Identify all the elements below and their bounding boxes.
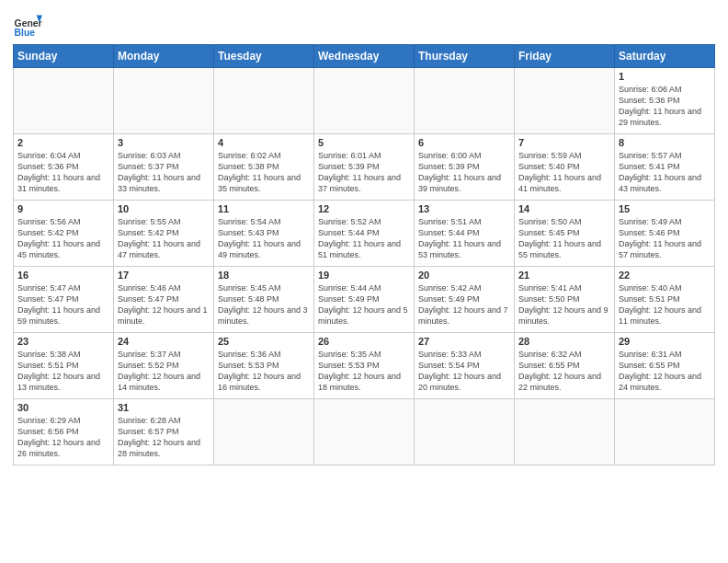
calendar-cell: 12Sunrise: 5:52 AM Sunset: 5:44 PM Dayli… — [314, 201, 415, 267]
cell-date-number: 13 — [418, 203, 510, 214]
cell-sun-info: Sunrise: 5:40 AM Sunset: 5:51 PM Dayligh… — [619, 282, 711, 327]
logo: General Blue — [13, 9, 42, 39]
calendar-cell — [314, 68, 415, 134]
cell-date-number: 24 — [118, 336, 210, 347]
calendar-cell: 13Sunrise: 5:51 AM Sunset: 5:44 PM Dayli… — [415, 201, 515, 267]
cell-sun-info: Sunrise: 5:55 AM Sunset: 5:42 PM Dayligh… — [118, 216, 210, 261]
calendar-cell: 7Sunrise: 5:59 AM Sunset: 5:40 PM Daylig… — [515, 134, 615, 201]
calendar-cell: 14Sunrise: 5:50 AM Sunset: 5:45 PM Dayli… — [515, 201, 615, 267]
cell-date-number: 15 — [619, 203, 711, 214]
calendar-cell: 8Sunrise: 5:57 AM Sunset: 5:41 PM Daylig… — [615, 134, 715, 201]
calendar-cell: 1Sunrise: 6:06 AM Sunset: 5:36 PM Daylig… — [615, 68, 715, 134]
cell-sun-info: Sunrise: 5:49 AM Sunset: 5:46 PM Dayligh… — [619, 216, 711, 261]
calendar-cell — [415, 399, 515, 465]
cell-sun-info: Sunrise: 6:31 AM Sunset: 6:55 PM Dayligh… — [619, 349, 711, 394]
calendar-cell: 29Sunrise: 6:31 AM Sunset: 6:55 PM Dayli… — [615, 333, 715, 399]
calendar-cell — [515, 68, 615, 134]
cell-date-number: 19 — [318, 270, 410, 281]
calendar-cell: 26Sunrise: 5:35 AM Sunset: 5:53 PM Dayli… — [314, 333, 415, 399]
cell-date-number: 21 — [518, 270, 610, 281]
cell-sun-info: Sunrise: 5:35 AM Sunset: 5:53 PM Dayligh… — [318, 349, 410, 394]
cell-date-number: 23 — [17, 336, 109, 347]
calendar-cell: 3Sunrise: 6:03 AM Sunset: 5:37 PM Daylig… — [114, 134, 214, 201]
cell-date-number: 26 — [318, 336, 410, 347]
cell-sun-info: Sunrise: 5:33 AM Sunset: 5:54 PM Dayligh… — [418, 349, 510, 394]
calendar-cell: 6Sunrise: 6:00 AM Sunset: 5:39 PM Daylig… — [415, 134, 515, 201]
cell-sun-info: Sunrise: 6:00 AM Sunset: 5:39 PM Dayligh… — [418, 150, 510, 195]
calendar-cell — [114, 68, 214, 134]
weekday-header-saturday: Saturday — [615, 45, 715, 68]
calendar-cell: 4Sunrise: 6:02 AM Sunset: 5:38 PM Daylig… — [214, 134, 314, 201]
cell-sun-info: Sunrise: 5:51 AM Sunset: 5:44 PM Dayligh… — [418, 216, 510, 261]
calendar-cell — [214, 68, 314, 134]
cell-sun-info: Sunrise: 6:01 AM Sunset: 5:39 PM Dayligh… — [318, 150, 410, 195]
calendar-cell: 17Sunrise: 5:46 AM Sunset: 5:47 PM Dayli… — [114, 267, 214, 333]
cell-sun-info: Sunrise: 5:44 AM Sunset: 5:49 PM Dayligh… — [318, 282, 410, 327]
svg-text:Blue: Blue — [15, 28, 36, 38]
calendar-cell: 24Sunrise: 5:37 AM Sunset: 5:52 PM Dayli… — [114, 333, 214, 399]
calendar-cell — [615, 399, 715, 465]
cell-date-number: 30 — [17, 402, 109, 413]
calendar-cell: 23Sunrise: 5:38 AM Sunset: 5:51 PM Dayli… — [14, 333, 114, 399]
calendar-cell: 22Sunrise: 5:40 AM Sunset: 5:51 PM Dayli… — [615, 267, 715, 333]
calendar-cell: 18Sunrise: 5:45 AM Sunset: 5:48 PM Dayli… — [214, 267, 314, 333]
cell-sun-info: Sunrise: 6:04 AM Sunset: 5:36 PM Dayligh… — [17, 150, 109, 195]
cell-sun-info: Sunrise: 5:56 AM Sunset: 5:42 PM Dayligh… — [17, 216, 109, 261]
cell-sun-info: Sunrise: 6:02 AM Sunset: 5:38 PM Dayligh… — [218, 150, 310, 195]
cell-sun-info: Sunrise: 6:29 AM Sunset: 6:56 PM Dayligh… — [17, 415, 109, 460]
cell-sun-info: Sunrise: 5:54 AM Sunset: 5:43 PM Dayligh… — [218, 216, 310, 261]
calendar-cell — [515, 399, 615, 465]
cell-date-number: 18 — [218, 270, 310, 281]
calendar-cell: 31Sunrise: 6:28 AM Sunset: 6:57 PM Dayli… — [114, 399, 214, 465]
cell-date-number: 17 — [118, 270, 210, 281]
cell-date-number: 5 — [318, 137, 410, 148]
calendar-table: SundayMondayTuesdayWednesdayThursdayFrid… — [13, 44, 715, 465]
weekday-header-thursday: Thursday — [415, 45, 515, 68]
cell-sun-info: Sunrise: 5:37 AM Sunset: 5:52 PM Dayligh… — [118, 349, 210, 394]
cell-date-number: 9 — [17, 203, 109, 214]
weekday-header-tuesday: Tuesday — [214, 45, 314, 68]
cell-date-number: 4 — [218, 137, 310, 148]
cell-date-number: 2 — [17, 137, 109, 148]
cell-date-number: 14 — [518, 203, 610, 214]
cell-sun-info: Sunrise: 5:47 AM Sunset: 5:47 PM Dayligh… — [17, 282, 109, 327]
cell-date-number: 22 — [619, 270, 711, 281]
calendar-cell: 21Sunrise: 5:41 AM Sunset: 5:50 PM Dayli… — [515, 267, 615, 333]
calendar-cell: 15Sunrise: 5:49 AM Sunset: 5:46 PM Dayli… — [615, 201, 715, 267]
cell-date-number: 1 — [619, 71, 711, 82]
cell-date-number: 29 — [619, 336, 711, 347]
calendar-cell: 20Sunrise: 5:42 AM Sunset: 5:49 PM Dayli… — [415, 267, 515, 333]
cell-date-number: 20 — [418, 270, 510, 281]
calendar-cell: 30Sunrise: 6:29 AM Sunset: 6:56 PM Dayli… — [14, 399, 114, 465]
calendar-cell: 2Sunrise: 6:04 AM Sunset: 5:36 PM Daylig… — [14, 134, 114, 201]
cell-date-number: 12 — [318, 203, 410, 214]
cell-sun-info: Sunrise: 6:06 AM Sunset: 5:36 PM Dayligh… — [619, 84, 711, 129]
weekday-header-sunday: Sunday — [14, 45, 114, 68]
cell-date-number: 7 — [518, 137, 610, 148]
weekday-header-monday: Monday — [114, 45, 214, 68]
calendar-cell: 9Sunrise: 5:56 AM Sunset: 5:42 PM Daylig… — [14, 201, 114, 267]
cell-sun-info: Sunrise: 5:52 AM Sunset: 5:44 PM Dayligh… — [318, 216, 410, 261]
calendar-cell: 25Sunrise: 5:36 AM Sunset: 5:53 PM Dayli… — [214, 333, 314, 399]
cell-date-number: 11 — [218, 203, 310, 214]
calendar-cell — [314, 399, 415, 465]
calendar-cell: 11Sunrise: 5:54 AM Sunset: 5:43 PM Dayli… — [214, 201, 314, 267]
calendar-cell: 5Sunrise: 6:01 AM Sunset: 5:39 PM Daylig… — [314, 134, 415, 201]
cell-date-number: 10 — [118, 203, 210, 214]
calendar-cell: 28Sunrise: 6:32 AM Sunset: 6:55 PM Dayli… — [515, 333, 615, 399]
cell-sun-info: Sunrise: 6:03 AM Sunset: 5:37 PM Dayligh… — [118, 150, 210, 195]
cell-sun-info: Sunrise: 5:36 AM Sunset: 5:53 PM Dayligh… — [218, 349, 310, 394]
cell-sun-info: Sunrise: 6:28 AM Sunset: 6:57 PM Dayligh… — [118, 415, 210, 460]
cell-sun-info: Sunrise: 5:38 AM Sunset: 5:51 PM Dayligh… — [17, 349, 109, 394]
cell-sun-info: Sunrise: 5:57 AM Sunset: 5:41 PM Dayligh… — [619, 150, 711, 195]
calendar-cell — [14, 68, 114, 134]
cell-date-number: 8 — [619, 137, 711, 148]
cell-date-number: 3 — [118, 137, 210, 148]
calendar-cell: 10Sunrise: 5:55 AM Sunset: 5:42 PM Dayli… — [114, 201, 214, 267]
cell-sun-info: Sunrise: 5:46 AM Sunset: 5:47 PM Dayligh… — [118, 282, 210, 327]
cell-sun-info: Sunrise: 5:41 AM Sunset: 5:50 PM Dayligh… — [518, 282, 610, 327]
cell-sun-info: Sunrise: 5:42 AM Sunset: 5:49 PM Dayligh… — [418, 282, 510, 327]
cell-date-number: 6 — [418, 137, 510, 148]
calendar-cell — [415, 68, 515, 134]
calendar-cell — [214, 399, 314, 465]
